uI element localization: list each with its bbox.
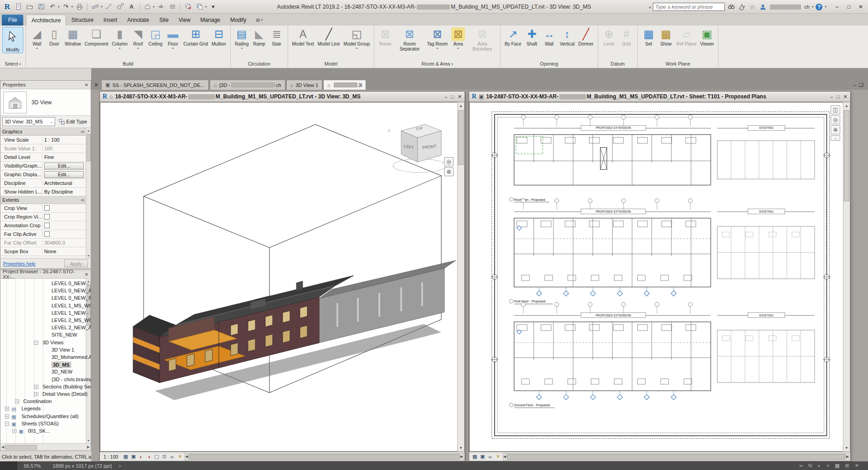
dormer-button[interactable]: ╱Dormer [576,27,595,47]
tree-item-3d-ms[interactable]: 3D_MS [0,361,85,368]
ribbon-display-toggle[interactable]: ⊞ ▾ [256,15,263,26]
mullion-button[interactable]: ⊟Mullion [210,27,228,47]
switch-windows-icon-caret[interactable]: ▾ [205,5,207,9]
model-line-button[interactable]: ╱Model Line [316,27,342,47]
model-group-dropdown-caret[interactable]: ▾ [356,47,357,50]
property-section-extents[interactable]: Extents∧∧ [0,196,86,204]
tree-item-level-0-new-st-[interactable]: LEVEL 0_NEW - St... [0,280,85,287]
property-value[interactable] [42,231,86,237]
edit-type-button[interactable]: Edit Type [57,117,89,126]
child-close-icon[interactable]: ✕ [458,94,462,100]
sun-path-off-icon[interactable]: ◐ [137,453,145,460]
tree-item-legends[interactable]: +▤Legends [0,405,85,413]
model-text-button[interactable]: AModel Text [290,27,316,47]
edit-button[interactable]: Edit... [44,163,84,169]
steering-wheel-icon[interactable]: ◎ [444,157,454,166]
panel-label-room-area[interactable]: Room & Area▾ [374,60,500,68]
floor-button[interactable]: ▬Floor▾ [164,27,181,50]
3d-horizontal-scrollbar[interactable]: ◀▶ [185,453,464,460]
wall-button[interactable]: ↔Wall [541,27,558,47]
temporary-hide-icon[interactable]: ∞ [486,453,494,460]
checkbox[interactable] [44,231,50,237]
show-crop-icon[interactable]: ⊡ [160,453,168,460]
tree-item-schedules-quantities-all-[interactable]: +▦Schedules/Quantities (all) [0,413,85,420]
area-dropdown-caret[interactable]: ▾ [457,47,459,50]
wall-dropdown-caret[interactable]: ▾ [36,47,37,50]
save-icon[interactable] [36,2,46,11]
viewer-button[interactable]: ▣Viewer [698,27,716,47]
viewcube-mini-icon[interactable]: ◫ [831,105,840,114]
property-value[interactable]: 100 [42,146,86,151]
child-close-icon[interactable]: ✕ [843,94,847,100]
panel-label-datum[interactable]: Datum [598,60,637,68]
revit-logo[interactable]: R [3,2,12,11]
view-tab-4[interactable]: ⌂3l [323,80,366,90]
property-value[interactable]: Edit... [42,163,86,169]
tree-item-3d-mohammed-a-[interactable]: 3D_Mohammed.A... [0,354,85,361]
room-separator-button[interactable]: ⊠Room Separator [394,27,425,52]
help-caret-icon[interactable]: ▾ [825,5,827,9]
panel-label-build[interactable]: Build [26,60,230,68]
column-dropdown-caret[interactable]: ▾ [119,47,120,50]
sheet-canvas[interactable]: PROPOSED EXTENSIONEXISTINGRoof Plan - Pr… [469,102,843,452]
tab-view[interactable]: View [174,15,196,26]
wall-button[interactable]: ◢Wall▾ [28,27,46,50]
tree-item--3d-chris-braving-[interactable]: {3D - chris.braving... [0,376,85,383]
property-value[interactable]: 1 : 100 [42,137,86,143]
property-value[interactable] [42,205,86,211]
view-tab-3[interactable]: ⌂3D View 1 [286,80,323,90]
expand-icon[interactable]: + [5,414,9,419]
checkbox[interactable] [44,223,50,228]
tab-annotate[interactable]: Annotate [122,15,154,26]
collapse-icon[interactable]: − [34,341,38,345]
view-tab-1[interactable]: ▣SS - SPLASH_SCREEN_DO_NOT_DE... [101,80,209,90]
tab-modify[interactable]: Modify [225,15,251,26]
search-input[interactable] [653,3,725,11]
group-icon[interactable]: ▩ [835,463,839,469]
tree-item-3d-views[interactable]: −3D Views [0,339,85,347]
signed-in-avatar-icon[interactable] [759,3,767,11]
visual-style-icon[interactable]: ▣ [129,453,137,460]
column-button[interactable]: ▮Column▾ [110,27,129,50]
sheet-vertical-scrollbar[interactable]: ▲ ▼ [843,102,850,452]
panel-label-model[interactable]: Model [288,60,374,68]
vertical-button[interactable]: ↕Vertical [558,27,577,47]
floor-dropdown-caret[interactable]: ▾ [172,47,174,50]
tree-item-sheets-stoas-[interactable]: −▣Sheets (STOAS) [0,420,85,428]
stair-button[interactable]: ≣Stair [268,27,285,47]
visual-style-icon[interactable]: ▣ [479,453,486,460]
3d-vertical-scrollbar[interactable]: ▲ ▼ [457,102,465,452]
tag-room-button[interactable]: ⊠Tag Room▾ [425,27,450,50]
customize-qat-icon[interactable]: ▾ [208,2,218,11]
type-selector-dropdown[interactable]: 3D View: 3D_MS⌄ [2,117,55,126]
temporary-hide-icon[interactable]: ∞ [168,453,176,460]
expand-icon[interactable]: + [34,392,38,396]
modify-button[interactable]: Modify [2,27,23,53]
text-icon[interactable]: A [127,2,137,11]
tag-room-dropdown-caret[interactable]: ▾ [437,47,438,50]
tab-architecture[interactable]: Architecture [26,15,66,26]
panel-label-select[interactable]: Select▾ [0,60,26,68]
expand-icon[interactable]: + [12,429,16,433]
component-button[interactable]: ❏Component [83,27,110,47]
window-button[interactable]: ▦Window [63,27,83,47]
set-button[interactable]: ▦Set [640,27,657,47]
3d-window-titlebar[interactable]: R ⌂ 16-2487-STO-XX-XX-M3-AR-M_Building_M… [100,92,465,102]
close-hidden-windows-icon[interactable] [183,2,193,11]
reveal-hidden-icon[interactable]: ☀ [494,453,502,460]
sheet-horizontal-scrollbar[interactable]: ◀▶ [503,453,849,460]
new-item-icon[interactable]: ⊞ [845,463,849,469]
tree-item-level-0-new-im-[interactable]: LEVEL 0_NEW_IM... [0,295,85,302]
favorites-star-icon[interactable]: ☆ [748,3,756,11]
tab-file[interactable]: File [2,15,23,26]
print-icon[interactable] [74,2,84,11]
tag-icon[interactable] [115,2,125,11]
expand-icon[interactable]: + [15,399,19,404]
child-restore-icon[interactable]: □ [837,94,840,100]
door-button[interactable]: ▯Door [46,27,63,47]
tree-item-001-sk-[interactable]: +▣001_SK... [0,428,85,435]
browser-horizontal-scrollbar[interactable]: ◀ ▶ [0,443,91,450]
panel-label-work-plane[interactable]: Work Plane [638,60,718,68]
tab-insert[interactable]: Insert [98,15,122,26]
zoom-tool-icon[interactable]: ⊕ [444,167,454,176]
